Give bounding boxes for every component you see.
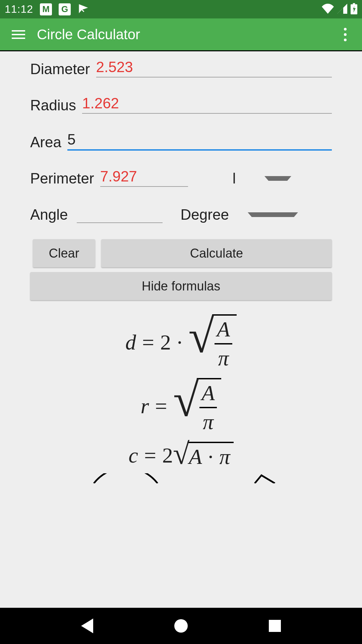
area-label: Area (30, 134, 61, 151)
cell-signal-icon (337, 4, 347, 15)
status-bar-left: 11:12 M G (5, 3, 89, 16)
diagram-partial (74, 470, 288, 480)
angle-input[interactable] (77, 204, 163, 223)
play-store-icon (77, 3, 89, 16)
diameter-row: Diameter (30, 59, 332, 77)
overflow-menu-icon[interactable] (328, 18, 362, 50)
clear-button[interactable]: Clear (33, 239, 95, 267)
gmail-icon: M (40, 3, 52, 15)
perimeter-row: Perimeter l (30, 168, 332, 187)
formulas-panel: d = 2 · √ A π r = √ A π c (30, 314, 332, 480)
nav-back-icon[interactable] (81, 619, 93, 633)
radius-input[interactable] (82, 95, 332, 114)
navigation-bar (0, 608, 362, 644)
status-time: 11:12 (5, 3, 33, 15)
diameter-label: Diameter (30, 61, 90, 77)
perimeter-input[interactable] (100, 168, 188, 187)
perimeter-label: Perimeter (30, 170, 94, 187)
status-bar-right (322, 3, 357, 16)
menu-icon[interactable] (0, 18, 37, 50)
content: Diameter Radius Area Perimeter l Angle D… (0, 51, 362, 608)
area-input[interactable] (67, 131, 332, 151)
hide-formulas-button[interactable]: Hide formulas (30, 272, 332, 300)
radius-label: Radius (30, 97, 76, 114)
wifi-icon (322, 4, 334, 15)
angle-unit-dropdown[interactable]: Degree (181, 206, 305, 223)
formula-circumference: c = 2 √ A · π (128, 442, 233, 469)
svg-rect-1 (353, 3, 355, 5)
perimeter-unit-dropdown[interactable]: l (221, 170, 298, 187)
status-bar: 11:12 M G (0, 0, 362, 18)
angle-row: Angle Degree (30, 204, 332, 223)
calculate-button[interactable]: Calculate (101, 239, 332, 267)
angle-label: Angle (30, 206, 68, 223)
button-group: Clear Calculate Hide formulas (30, 240, 332, 300)
area-row: Area (30, 131, 332, 151)
page-title: Circle Calculator (37, 26, 328, 43)
app-bar: Circle Calculator (0, 18, 362, 50)
chevron-down-icon (264, 176, 291, 181)
nav-recent-icon[interactable] (269, 620, 281, 632)
diameter-input[interactable] (96, 59, 332, 77)
grammarly-icon: G (59, 3, 71, 15)
perimeter-unit-value: l (221, 170, 248, 187)
formula-diameter: d = 2 · √ A π (125, 314, 237, 371)
radius-row: Radius (30, 95, 332, 114)
formula-radius: r = √ A π (141, 378, 222, 434)
nav-home-icon[interactable] (174, 619, 188, 633)
angle-unit-value: Degree (181, 206, 231, 223)
battery-charging-icon (351, 3, 357, 16)
chevron-down-icon (248, 212, 298, 217)
